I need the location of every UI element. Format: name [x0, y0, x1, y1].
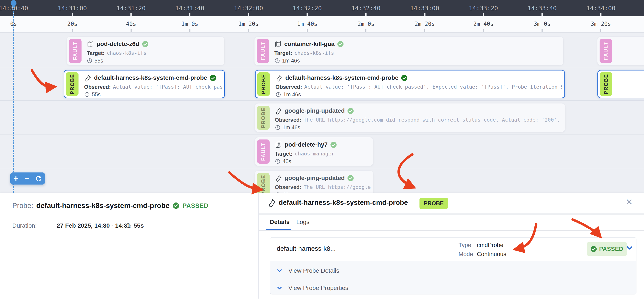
fault-icon [274, 40, 282, 48]
card-meta-value: chaos-k8s-ifs [294, 50, 334, 56]
time-tick: 3m 20s [591, 16, 611, 32]
check-icon [210, 75, 216, 81]
lane-separator [0, 168, 644, 168]
probe-result-card: default-harness-k8... Type cmdProbe Mode… [270, 237, 636, 295]
check-icon [330, 141, 337, 148]
lane-separator [0, 100, 644, 101]
view-probe-details-link[interactable]: View Probe Details [276, 267, 339, 274]
card-meta-value: chaos-manager [295, 151, 334, 157]
timeline-card-fault[interactable]: FAULT [598, 37, 644, 65]
probe-icon [268, 198, 276, 208]
timeline-card-probe[interactable]: PROBE default-harness-k8s-system-cmd-pro… [255, 70, 565, 98]
view-probe-properties-link[interactable]: View Probe Properties [276, 285, 348, 292]
zoom-in-button[interactable]: + [13, 174, 18, 183]
chevron-down-icon[interactable] [626, 244, 634, 253]
card-body: default-harness-k8s-system-cmd-probe Obs… [84, 70, 222, 98]
card-title: default-harness-k8s-system-cmd-probe [285, 74, 398, 81]
zoom-out-button[interactable]: − [24, 174, 29, 183]
timeline-card-probe[interactable]: PROBE default-harness-k8s-system-cmd-pro… [64, 70, 225, 98]
time-tick: 2m 0s [358, 16, 374, 32]
time-tick: 14:30:40 [0, 0, 28, 16]
time-tick: 40s [126, 16, 136, 32]
probe-details-title: default-harness-k8s-system-cmd-probe [279, 199, 408, 207]
clock-icon [84, 92, 90, 97]
time-tick: 1m 0s [182, 16, 198, 32]
check-icon [142, 41, 148, 47]
card-body: pod-delete-hy7 Target: chaos-manager 40s [275, 137, 371, 166]
probe-name: default-harness-k8s-system-cmd-probe [36, 202, 170, 210]
passed-check-icon [172, 202, 180, 209]
probe-badge: PROBE [257, 106, 270, 130]
card-title: google-ping-updated [285, 175, 345, 182]
status-badge: PASSED [587, 242, 627, 256]
fault-badge: FAULT [257, 139, 270, 164]
card-meta-label: Target: [87, 50, 104, 56]
reset-zoom-icon [35, 175, 42, 182]
time-tick: 14:33:40 [528, 0, 557, 16]
time-tick: 14:33:00 [410, 0, 439, 16]
card-title: google-ping-updated [285, 107, 345, 114]
timeline-card-fault[interactable]: FAULT container-kill-gua Target: chaos-k… [254, 37, 563, 65]
probe-result-name: default-harness-k8... [277, 245, 336, 252]
probe-status-text: PASSED [182, 202, 208, 209]
card-body: container-kill-gua Target: chaos-k8s-ifs… [274, 37, 561, 65]
probe-label: Probe: [12, 202, 33, 210]
probe-summary-panel: Probe: default-harness-k8s-system-cmd-pr… [0, 193, 258, 299]
time-tick: 3m 0s [534, 16, 550, 32]
check-icon [337, 41, 344, 47]
probe-badge: PROBE [66, 72, 78, 96]
tab-logs[interactable]: Logs [296, 219, 310, 226]
probe-type-badge: PROBE [420, 198, 448, 209]
probe-result-card-header: default-harness-k8... Type cmdProbe Mode… [270, 238, 636, 261]
duration-value: 27 Feb 2025, 14:30 - 14:31 [57, 222, 130, 229]
fault-badge: FAULT [257, 39, 269, 63]
card-meta-value: The URL https://google.com… [304, 184, 371, 190]
tab-details[interactable]: Details [270, 219, 290, 226]
timeline-card-probe[interactable]: PROBE [598, 70, 644, 98]
type-value: cmdProbe [477, 242, 504, 249]
fault-badge: FAULT [69, 39, 82, 63]
timeline-card-probe[interactable]: PROBE google-ping-updated Observed: The … [255, 171, 373, 193]
card-meta-value: Actual value: '[Pass]: AUT check passed'… [113, 84, 222, 90]
timeline-card-fault[interactable]: FAULT pod-delete-hy7 Target: chaos-manag… [255, 137, 373, 166]
card-meta-label: Target: [275, 151, 293, 157]
type-label: Type [458, 242, 471, 249]
card-duration: 40s [282, 158, 291, 164]
clock-icon [274, 58, 280, 64]
card-meta-label: Observed: [84, 84, 111, 90]
card-meta-label: Observed: [276, 84, 302, 90]
fault-icon [87, 40, 94, 48]
card-meta-value: The URL https://google.com did respond w… [304, 117, 563, 123]
probe-icon [276, 74, 283, 81]
tabs-separator [259, 230, 644, 231]
card-meta-label: Observed: [275, 117, 302, 123]
probe-duration-row: Duration: 27 Feb 2025, 14:30 - 14:31 55s [0, 222, 258, 231]
card-body: default-harness-k8s-system-cmd-probe Obs… [276, 70, 562, 98]
time-tick: 14:32:00 [234, 0, 263, 16]
card-title: pod-delete-z6d [96, 40, 139, 47]
chevron-down-icon [276, 285, 283, 291]
probe-icon [275, 174, 282, 182]
timeline-card-fault[interactable]: FAULT pod-delete-z6d Target: chaos-k8s-i… [67, 37, 224, 65]
card-duration: 55s [94, 57, 103, 64]
details-tabs: Details Logs [259, 215, 644, 231]
probe-details-header: default-harness-k8s-system-cmd-probe PRO… [259, 193, 644, 213]
zoom-reset-button[interactable] [35, 175, 42, 182]
clock-icon [125, 223, 131, 230]
time-tick: 14:31:20 [116, 0, 146, 16]
probe-icon [275, 107, 282, 114]
close-icon[interactable]: ✕ [626, 198, 633, 206]
mode-label: Mode [458, 251, 473, 258]
time-tick: 14:34:00 [586, 0, 616, 16]
card-meta-label: Target: [274, 50, 292, 56]
time-tick: 14:32:40 [351, 0, 380, 16]
clock-icon [275, 158, 280, 164]
probe-badge: PROBE [600, 72, 612, 96]
header-divider [259, 213, 644, 215]
passed-check-icon [590, 246, 597, 252]
timeline-card-probe[interactable]: PROBE google-ping-updated Observed: The … [255, 103, 565, 132]
probe-result-card-body: View Probe Details View Probe Properties [270, 261, 636, 295]
card-meta-value: Actual value: '[Pass]: AUT check passed'… [304, 84, 562, 90]
probe-details-panel: default-harness-k8s-system-cmd-probe PRO… [259, 193, 644, 299]
card-duration: 1m 46s [282, 57, 300, 64]
